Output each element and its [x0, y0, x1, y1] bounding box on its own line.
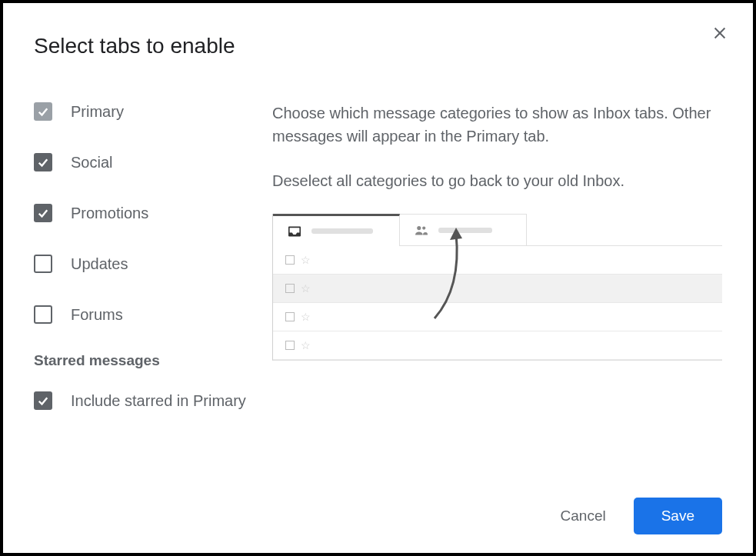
placeholder-bar [311, 228, 373, 234]
checkmark-icon [36, 206, 50, 220]
star-icon: ☆ [301, 282, 311, 295]
star-icon: ☆ [301, 311, 311, 323]
people-icon [414, 224, 429, 236]
include-starred-checkbox[interactable] [34, 391, 52, 410]
close-button[interactable] [711, 25, 728, 45]
row-checkbox-icon [285, 284, 295, 293]
star-icon: ☆ [301, 339, 311, 351]
preview-tab-strip [273, 214, 722, 246]
checkmark-icon [36, 155, 50, 169]
svg-point-2 [417, 226, 421, 230]
social-label: Social [71, 152, 112, 172]
preview-tab-empty [527, 214, 722, 246]
updates-label: Updates [71, 254, 128, 274]
close-icon [711, 25, 728, 42]
select-tabs-dialog: Select tabs to enable Primary Social Pro… [3, 3, 753, 553]
preview-tab-primary [273, 214, 400, 246]
preview-tab-social [400, 214, 527, 246]
promotions-label: Promotions [71, 203, 148, 223]
starred-heading: Starred messages [34, 352, 257, 369]
forums-checkbox[interactable] [34, 305, 52, 324]
dialog-title: Select tabs to enable [34, 34, 722, 58]
star-icon: ☆ [301, 254, 311, 266]
checkmark-icon [36, 394, 50, 408]
info-column: Choose which message categories to show … [272, 102, 722, 441]
category-social: Social [34, 152, 257, 172]
category-primary: Primary [34, 102, 257, 122]
info-text-2: Deselect all categories to go back to yo… [272, 169, 722, 192]
category-promotions: Promotions [34, 203, 257, 223]
svg-point-3 [422, 227, 425, 230]
categories-column: Primary Social Promotions Updates [34, 102, 257, 441]
category-forums: Forums [34, 305, 257, 325]
primary-label: Primary [71, 102, 124, 122]
social-checkbox[interactable] [34, 153, 52, 171]
info-text-1: Choose which message categories to show … [272, 102, 722, 148]
save-button[interactable]: Save [634, 498, 722, 534]
forums-label: Forums [71, 305, 123, 325]
inbox-preview: ☆ ☆ ☆ ☆ [272, 214, 722, 361]
row-checkbox-icon [285, 312, 295, 321]
preview-row: ☆ [273, 246, 722, 275]
updates-checkbox[interactable] [34, 255, 52, 273]
preview-rows: ☆ ☆ ☆ ☆ [273, 246, 722, 360]
dialog-footer: Cancel Save [555, 498, 722, 534]
checkmark-icon [36, 105, 50, 118]
starred-include-row: Include starred in Primary [34, 391, 257, 411]
include-starred-label: Include starred in Primary [71, 391, 246, 411]
preview-row: ☆ [273, 303, 722, 331]
primary-checkbox [34, 102, 52, 121]
promotions-checkbox[interactable] [34, 204, 52, 222]
placeholder-bar [438, 228, 492, 233]
cancel-button[interactable]: Cancel [555, 498, 612, 534]
preview-row: ☆ [273, 275, 722, 303]
row-checkbox-icon [285, 255, 295, 265]
inbox-icon [287, 225, 302, 238]
dialog-content: Primary Social Promotions Updates [34, 102, 722, 441]
category-updates: Updates [34, 254, 257, 274]
preview-row: ☆ [273, 331, 722, 360]
row-checkbox-icon [285, 341, 295, 350]
